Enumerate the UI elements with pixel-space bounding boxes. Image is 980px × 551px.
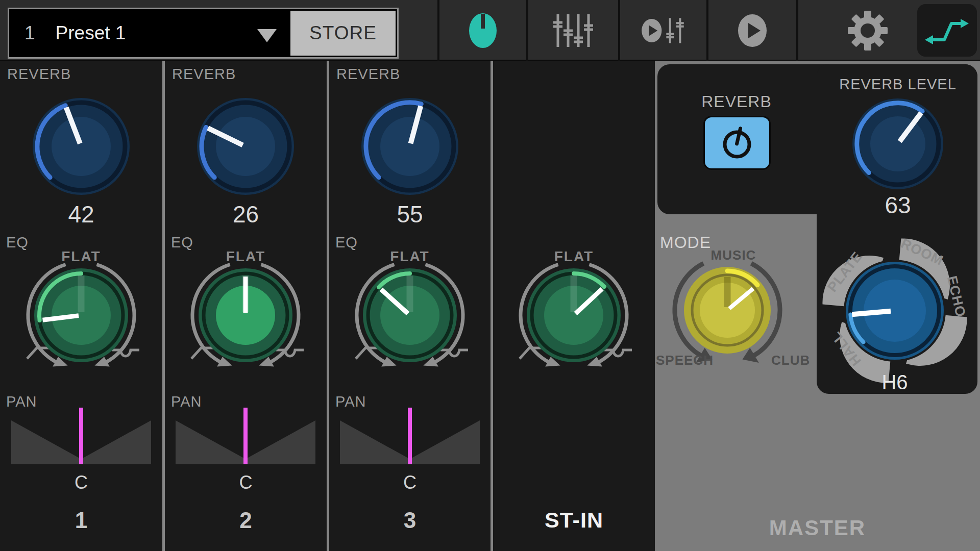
reverb-value: 55 (329, 201, 491, 228)
st-in-eq-knob[interactable] (510, 252, 638, 381)
preset-selector[interactable]: 1 Preset 1 STORE (8, 8, 399, 59)
knob-view-button[interactable] (460, 0, 506, 61)
chevron-down-icon[interactable] (257, 29, 277, 42)
pan-value: C (329, 472, 491, 493)
st-in-strip: FLAT ST-IN (493, 61, 655, 551)
reverb-label: REVERB (7, 66, 71, 83)
reverb-level-label: REVERB LEVEL (831, 76, 964, 93)
store-button[interactable]: STORE (289, 9, 397, 57)
toolbar-divider (437, 0, 439, 61)
preset-name: Preset 1 (56, 22, 126, 44)
channel-number: 3 (329, 508, 491, 533)
pan-control[interactable] (11, 408, 151, 464)
power-icon (719, 125, 755, 161)
top-bar: 1 Preset 1 STORE (0, 0, 980, 61)
channel-2-reverb-knob[interactable] (194, 95, 297, 199)
channel-strip-1: REVERB 42 EQ FLAT PAN C 1 (0, 61, 162, 551)
pan-indicator (79, 408, 83, 464)
reverb-label: REVERB (336, 66, 400, 83)
gear-icon (845, 8, 891, 54)
reverb-label: REVERB (172, 66, 236, 83)
master-reverb-label: REVERB (685, 92, 788, 111)
play-faders-view-button[interactable] (640, 0, 685, 61)
channel-number: 1 (0, 508, 162, 533)
toolbar-divider (618, 0, 620, 61)
mode-option-speech: SPEECH (656, 353, 714, 368)
reverb-value: 26 (165, 201, 327, 228)
master-section: REVERB REVERB LEVEL 63 MODE MUSIC SPEECH… (655, 61, 980, 551)
faders-view-button[interactable] (550, 0, 596, 61)
channel-1-reverb-knob[interactable] (30, 95, 132, 199)
toolbar-divider (796, 0, 798, 61)
st-in-label: ST-IN (493, 508, 655, 533)
mode-option-club: CLUB (771, 353, 810, 368)
reverb-value: 42 (0, 201, 162, 228)
channel-strip-2: REVERB 26 EQ FLAT PAN C 2 (165, 61, 327, 551)
play-icon (729, 8, 775, 54)
swap-arrows-icon (923, 10, 972, 51)
reverb-level-knob[interactable] (847, 93, 949, 197)
master-label: MASTER (655, 516, 980, 540)
reverb-level-value: 63 (857, 191, 939, 219)
pan-value: C (165, 472, 327, 493)
channel-strip-3: REVERB 55 EQ FLAT PAN C 3 (329, 61, 491, 551)
knob-icon (463, 8, 502, 54)
pan-control[interactable] (340, 408, 480, 464)
preset-number: 1 (24, 22, 35, 44)
faders-icon (550, 8, 596, 54)
channel-3-reverb-knob[interactable] (359, 95, 461, 199)
play-faders-icon (640, 8, 685, 54)
reverb-on-button[interactable] (703, 116, 771, 170)
swap-io-button[interactable] (917, 4, 977, 57)
reverb-type-knob[interactable]: PLATEROOMECHOHALL (818, 234, 971, 389)
toolbar-divider (526, 0, 528, 61)
mixer-app: 1 Preset 1 STORE (0, 0, 980, 551)
pan-value: C (0, 472, 162, 493)
reverb-type-value: H6 (854, 371, 936, 394)
channel-2-eq-knob[interactable] (182, 252, 309, 381)
channel-3-eq-knob[interactable] (346, 252, 474, 381)
pan-indicator (243, 408, 248, 464)
pan-control[interactable] (176, 408, 315, 464)
channel-number: 2 (165, 508, 327, 533)
settings-button[interactable] (845, 0, 891, 61)
toolbar-divider (706, 0, 708, 61)
pan-indicator (408, 408, 412, 464)
play-view-button[interactable] (729, 0, 775, 61)
channel-1-eq-knob[interactable] (17, 252, 145, 381)
